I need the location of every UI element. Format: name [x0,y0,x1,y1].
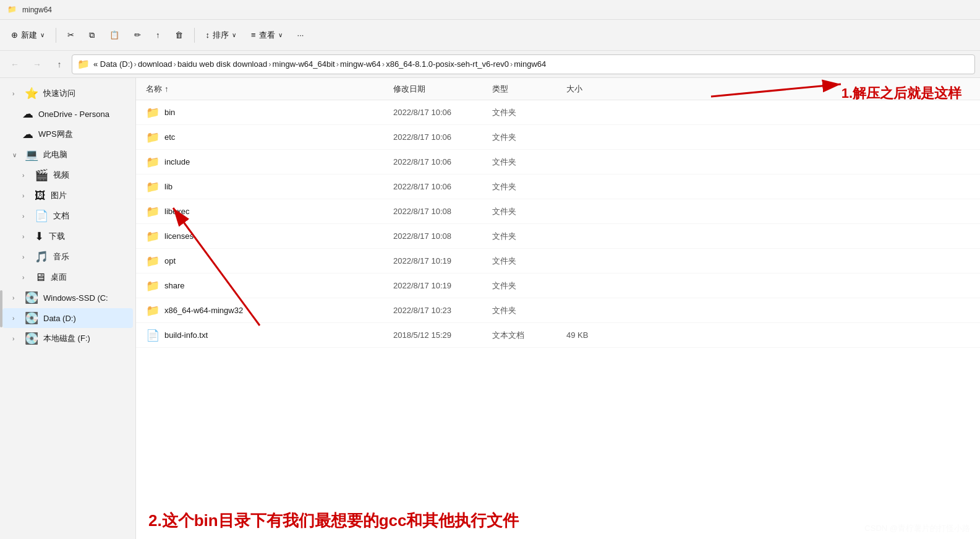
file-row[interactable]: 📁x86_64-w64-mingw322022/8/17 10:23文件夹 [136,298,980,323]
drive-folder-icon: 📁 [77,58,90,70]
folder-icon: 📁 [146,254,160,268]
sidebar-item-local-f[interactable]: › 💽 本地磁盘 (F:) [2,329,133,348]
file-row[interactable]: 📁share2022/8/17 10:19文件夹 [136,274,980,298]
folder-icon: 📁 [146,106,160,119]
address-path: 📁 « Data (D:) › download › baidu web dis… [77,58,546,70]
address-field[interactable]: 📁 « Data (D:) › download › baidu web dis… [72,54,975,74]
rename-icon: ✏ [134,30,141,40]
file-name: bin [164,108,393,117]
copy-icon: ⧉ [89,30,95,40]
sidebar-item-this-pc[interactable]: ∨ 💻 此电脑 [2,145,133,165]
path-drive: « Data (D:) [93,59,133,69]
address-bar: ← → ↑ 📁 « Data (D:) › download › baidu w… [0,51,980,78]
sidebar-item-docs[interactable]: › 📄 文档 [2,206,133,226]
file-type: 文件夹 [492,157,566,168]
file-name: include [164,157,393,166]
col-header-size[interactable]: 大小 [566,84,616,95]
file-type: 文本文档 [492,330,566,341]
folder-icon: 📁 [146,180,160,194]
sort-asc-icon: ↑ [164,84,169,93]
sidebar-item-desktop[interactable]: › 🖥 桌面 [2,267,133,287]
sidebar-item-wps[interactable]: ☁ WPS网盘 [2,124,133,144]
folder-icon: 📁 [146,205,160,218]
cut-icon: ✂ [67,30,74,40]
file-name: etc [164,132,393,142]
col-header-name[interactable]: 名称 ↑ [146,84,393,95]
sort-button[interactable]: ↕ 排序 ∨ [200,27,243,44]
file-type: 文件夹 [492,107,566,118]
cut-button[interactable]: ✂ [61,27,80,43]
more-button[interactable]: ··· [291,27,310,43]
file-row[interactable]: 📁opt2022/8/17 10:19文件夹 [136,249,980,274]
sidebar-item-music[interactable]: › 🎵 音乐 [2,247,133,267]
star-icon: ⭐ [25,87,38,100]
rename-button[interactable]: ✏ [128,27,147,43]
file-type: 文件夹 [492,256,566,267]
sidebar-item-downloads[interactable]: › ⬇ 下载 [2,226,133,246]
sidebar-item-onedrive[interactable]: ☁ OneDrive - Persona [2,104,133,124]
file-type: 文件夹 [492,280,566,291]
forward-button[interactable]: → [27,54,47,74]
sidebar-item-quick-access[interactable]: › ⭐ 快速访问 [2,84,133,103]
toolbar-divider-1 [56,28,56,43]
file-list: 📁bin2022/8/17 10:06文件夹📁etc2022/8/17 10:0… [136,100,980,539]
main-layout: › ⭐ 快速访问 ☁ OneDrive - Persona ☁ WPS网盘 ∨ … [0,78,980,539]
path-mingw64: mingw64 [514,59,546,69]
desktop-icon: 🖥 [35,271,46,284]
file-name: share [164,281,393,290]
doc-icon: 📄 [35,209,48,223]
folder-icon: 📁 [146,304,160,317]
delete-icon: 🗑 [175,30,183,40]
expand-icon-videos: › [22,172,30,179]
more-icon: ··· [297,30,304,40]
file-name: build-info.txt [164,330,393,340]
sort-icon: ↕ [206,30,210,40]
file-date: 2022/8/17 10:06 [393,108,492,117]
new-button[interactable]: ⊕ 新建 ∨ [5,27,51,44]
sidebar-item-videos[interactable]: › 🎬 视频 [2,165,133,185]
file-row[interactable]: 📁etc2022/8/17 10:06文件夹 [136,125,980,150]
expand-icon-pc: ∨ [12,152,20,158]
expand-icon-local: › [12,335,20,342]
expand-icon-desktop: › [22,274,30,281]
file-row[interactable]: 📁bin2022/8/17 10:06文件夹 [136,100,980,125]
file-row[interactable]: 📁licenses2022/8/17 10:08文件夹 [136,224,980,249]
toolbar-divider-2 [194,28,195,43]
col-header-type[interactable]: 类型 [492,84,566,95]
scroll-indicator [0,290,2,327]
paste-button[interactable]: 📋 [103,27,126,43]
file-date: 2022/8/17 10:19 [393,281,492,290]
delete-button[interactable]: 🗑 [169,27,189,43]
toolbar: ⊕ 新建 ∨ ✂ ⧉ 📋 ✏ ↑ 🗑 ↕ 排序 ∨ ≡ 查看 ∨ ··· [0,20,980,51]
path-download: download [138,59,173,69]
view-button[interactable]: ≡ 查看 ∨ [245,27,289,44]
file-row[interactable]: 📁libexec2022/8/17 10:08文件夹 [136,199,980,224]
file-row[interactable]: 📄build-info.txt2018/5/12 15:29文本文档49 KB [136,323,980,348]
file-date: 2022/8/17 10:08 [393,231,492,241]
sidebar-item-pictures[interactable]: › 🖼 图片 [2,186,133,205]
sidebar-item-data-d[interactable]: › 💽 Data (D:) [2,308,133,328]
copy-button[interactable]: ⧉ [83,27,101,43]
new-icon: ⊕ [11,30,18,40]
video-icon: 🎬 [35,168,48,182]
back-button[interactable]: ← [5,54,25,74]
file-name: libexec [164,207,393,216]
file-row[interactable]: 📁lib2022/8/17 10:06文件夹 [136,175,980,199]
file-header: 名称 ↑ 修改日期 类型 大小 [136,78,980,100]
file-type: 文件夹 [492,181,566,192]
cloud-icon: ☁ [22,107,33,121]
window-title: mingw64 [22,6,52,14]
col-header-date[interactable]: 修改日期 [393,84,492,95]
file-date: 2022/8/17 10:19 [393,256,492,265]
sidebar-item-windows-ssd[interactable]: › 💽 Windows-SSD (C: [2,288,133,308]
drive-f-icon: 💽 [25,332,38,345]
path-mingw-64bit: mingw-w64_64bit [273,59,335,69]
path-sep-4: › [336,59,339,69]
expand-icon-pictures: › [22,192,30,199]
annotation-bottom-bar: 2.这个bin目录下有我们最想要的gcc和其他执行文件 [136,502,980,539]
file-row[interactable]: 📁include2022/8/17 10:06文件夹 [136,150,980,175]
up-button[interactable]: ↑ [49,54,69,74]
drive-c-icon: 💽 [25,291,38,304]
view-icon: ≡ [251,30,256,40]
share-button[interactable]: ↑ [150,27,166,43]
